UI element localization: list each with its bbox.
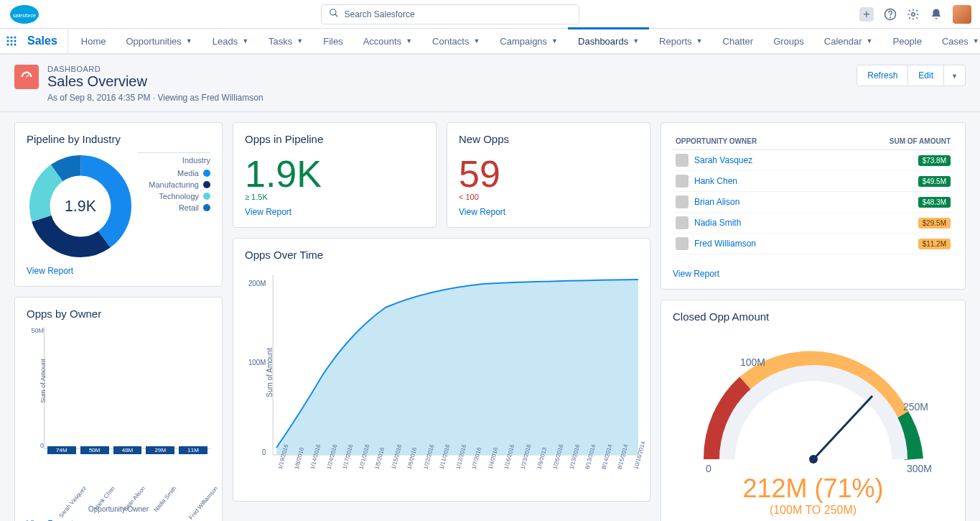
view-report-link[interactable]: View Report xyxy=(245,207,291,217)
global-add-button[interactable]: + xyxy=(859,7,874,22)
nav-label: People xyxy=(892,36,921,47)
page-header: DASHBOARD Sales Overview As of Sep 8, 20… xyxy=(0,55,980,112)
nav-item-chatter[interactable]: Chatter xyxy=(713,29,764,53)
amount-badge: $29.5M xyxy=(918,218,951,229)
nav-label: Opportunities xyxy=(126,36,182,47)
opps-by-owner-card: Opps by Owner Sum of Amount 50M 0 74M50M… xyxy=(14,297,223,521)
gauge-tick-100: 100M xyxy=(740,356,765,368)
nav-item-reports[interactable]: Reports▼ xyxy=(649,29,712,53)
legend-swatch xyxy=(203,193,210,200)
nav-item-leads[interactable]: Leads▼ xyxy=(202,29,258,53)
svg-point-2 xyxy=(330,9,335,15)
owner-link[interactable]: Hank Chen xyxy=(694,176,737,186)
nav-item-calendar[interactable]: Calendar▼ xyxy=(814,29,883,53)
view-report-link[interactable]: View Report xyxy=(459,207,505,217)
amount-badge: $49.5M xyxy=(918,176,951,187)
nav-item-accounts[interactable]: Accounts▼ xyxy=(353,29,422,53)
nav-item-tasks[interactable]: Tasks▼ xyxy=(258,29,313,53)
nav-item-people[interactable]: People xyxy=(882,29,931,53)
view-report-link[interactable]: View Report xyxy=(27,266,73,276)
chevron-down-icon: ▼ xyxy=(867,37,873,45)
pipeline-donut-chart: 1.9K xyxy=(27,152,134,260)
legend-item: Media xyxy=(137,169,210,177)
svg-point-15 xyxy=(14,44,17,46)
x-axis-label: Nadia Smith xyxy=(153,485,190,521)
owner-link[interactable]: Brian Alison xyxy=(694,197,739,207)
donut-legend: Industry MediaManufacturingTechnologyRet… xyxy=(137,152,210,215)
svg-point-11 xyxy=(11,40,13,42)
opps-area-chart: 200M 100M 0 xyxy=(245,268,638,462)
owner-bar-chart: 74M50M48M29M11M xyxy=(44,327,210,449)
y-tick: 0 xyxy=(262,448,266,456)
app-name[interactable]: Sales xyxy=(17,29,68,53)
owner-link[interactable]: Fred Williamson xyxy=(694,239,756,249)
nav-item-dashboards[interactable]: Dashboards▼ xyxy=(568,29,649,53)
card-title: Pipeline by Industry xyxy=(27,133,210,145)
amount-badge: $11.2M xyxy=(918,239,951,249)
app-launcher-icon[interactable] xyxy=(6,29,17,53)
svg-text:salesforce: salesforce xyxy=(13,13,36,18)
nav-item-contacts[interactable]: Contacts▼ xyxy=(422,29,490,53)
owner-link[interactable]: Sarah Vasquez xyxy=(694,155,752,165)
setup-gear-icon[interactable] xyxy=(907,8,920,21)
refresh-button[interactable]: Refresh xyxy=(857,65,908,86)
search-placeholder: Search Salesforce xyxy=(345,9,415,19)
svg-point-8 xyxy=(11,37,13,39)
nav-item-files[interactable]: Files xyxy=(313,29,353,53)
svg-point-10 xyxy=(7,40,9,42)
bar-value-label: 29M xyxy=(146,446,174,454)
nav-item-opportunities[interactable]: Opportunities▼ xyxy=(116,29,202,53)
chevron-down-icon: ▼ xyxy=(633,37,639,45)
bar-value-label: 48M xyxy=(113,446,142,454)
table-col-owner: OPPORTUNITY OWNER xyxy=(673,133,831,150)
opportunity-owner-table-card: OPPORTUNITY OWNER SUM OF AMOUNT Sarah Va… xyxy=(661,122,966,290)
legend-label: Retail xyxy=(179,203,199,212)
svg-point-7 xyxy=(7,37,9,39)
bar-value-label: 11M xyxy=(179,446,207,454)
gauge-tick-0: 0 xyxy=(706,463,711,474)
donut-center-label: 1.9K xyxy=(65,198,97,215)
owner-table: OPPORTUNITY OWNER SUM OF AMOUNT Sarah Va… xyxy=(673,133,953,254)
more-actions-button[interactable]: ▼ xyxy=(944,65,966,86)
chevron-down-icon: ▼ xyxy=(406,37,412,45)
nav-label: Leads xyxy=(213,36,238,47)
closed-opp-amount-card: Closed Opp Amount 0 100M 250M 300M xyxy=(661,300,966,521)
edit-button[interactable]: Edit xyxy=(908,65,944,86)
amount-badge: $73.8M xyxy=(918,155,951,166)
metric-value: 1.9K xyxy=(245,152,424,195)
table-row: Nadia Smith$29.5M xyxy=(673,213,953,234)
nav-item-campaigns[interactable]: Campaigns▼ xyxy=(490,29,568,53)
owner-link[interactable]: Nadia Smith xyxy=(694,218,741,228)
nav-item-groups[interactable]: Groups xyxy=(763,29,814,53)
x-axis-label: Sarah Vasquez xyxy=(57,485,99,521)
legend-item: Retail xyxy=(137,203,210,212)
nav-label: Cases xyxy=(942,36,969,47)
table-row: Fred Williamson$11.2M xyxy=(673,234,953,254)
gauge-subtitle: (100M TO 250M) xyxy=(770,504,857,517)
y-axis-label: Sum of Amount xyxy=(39,359,47,403)
amount-badge: $48.3M xyxy=(918,197,951,208)
chevron-down-icon: ▼ xyxy=(242,37,248,45)
salesforce-logo[interactable]: salesforce xyxy=(9,4,40,25)
card-title: Opps by Owner xyxy=(27,308,210,320)
legend-swatch xyxy=(203,204,210,211)
legend-swatch xyxy=(203,170,210,177)
nav-label: Groups xyxy=(773,36,804,47)
nav-label: Accounts xyxy=(363,36,401,47)
svg-point-9 xyxy=(14,37,17,39)
legend-item: Technology xyxy=(137,192,210,200)
user-avatar[interactable] xyxy=(953,5,971,24)
nav-item-cases[interactable]: Cases▼ xyxy=(932,29,980,53)
nav-item-home[interactable]: Home xyxy=(71,29,116,53)
card-title: Opps Over Time xyxy=(245,249,638,261)
gauge-tick-300: 300M xyxy=(907,463,932,474)
card-title: New Opps xyxy=(459,133,638,145)
help-icon[interactable] xyxy=(884,8,897,21)
view-report-link[interactable]: View Report xyxy=(673,269,719,279)
chevron-down-icon: ▼ xyxy=(297,37,303,45)
legend-swatch xyxy=(203,181,210,188)
global-search[interactable]: Search Salesforce xyxy=(321,4,579,24)
nav-label: Contacts xyxy=(432,36,469,47)
metric-value: 59 xyxy=(459,152,638,195)
notifications-bell-icon[interactable] xyxy=(930,8,943,21)
